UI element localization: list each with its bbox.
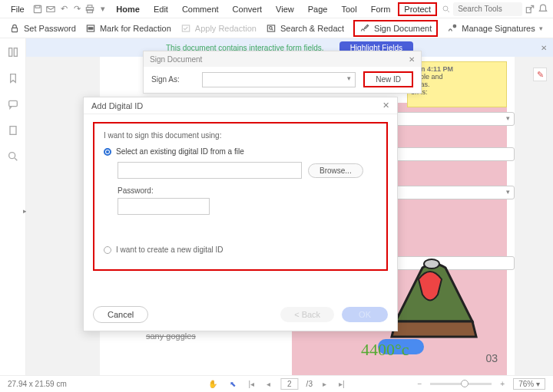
svg-rect-7: [526, 7, 531, 12]
apply-redaction-icon: [180, 23, 191, 34]
menu-form[interactable]: Form: [365, 2, 397, 16]
zoom-in-icon[interactable]: +: [498, 380, 507, 388]
manage-signatures-button[interactable]: Manage Signatures ▾: [447, 23, 542, 34]
bookmark-icon[interactable]: [7, 72, 19, 84]
svg-rect-17: [8, 100, 17, 106]
dialog-title: Sign Document: [150, 55, 202, 64]
svg-rect-8: [12, 28, 18, 31]
file-path-input[interactable]: [118, 162, 302, 179]
svg-rect-18: [10, 127, 16, 135]
hand-tool-icon[interactable]: ✋: [206, 380, 220, 388]
sign-as-select[interactable]: ▾: [202, 72, 356, 87]
svg-point-20: [424, 259, 439, 268]
mark-redaction-button[interactable]: Mark for Redaction: [85, 23, 171, 34]
doc-page-number: 03: [485, 352, 498, 364]
save-icon[interactable]: [32, 3, 44, 15]
search-redact-label: Search & Redact: [280, 24, 344, 33]
menu-file[interactable]: File: [5, 2, 31, 16]
mark-redaction-icon: [85, 23, 96, 34]
mail-icon[interactable]: [45, 3, 57, 15]
note-line: stable and: [411, 73, 503, 81]
set-password-button[interactable]: Set Password: [9, 23, 76, 34]
radio-selected-icon: [104, 148, 111, 156]
page-input[interactable]: 2: [280, 378, 299, 390]
last-page-icon[interactable]: ▸|: [336, 380, 347, 388]
menu-page[interactable]: Page: [302, 2, 334, 16]
left-sidebar: ▸: [0, 38, 26, 375]
comment-icon[interactable]: [7, 98, 19, 110]
close-icon[interactable]: ✕: [409, 55, 415, 64]
set-password-label: Set Password: [24, 24, 76, 33]
menu-convert[interactable]: Convert: [227, 2, 269, 16]
option-new-id[interactable]: I want to create a new digital ID: [104, 245, 377, 254]
sticky-note[interactable]: Mon 4:11 PM stable and n gas. on is:: [407, 61, 507, 107]
add-digital-id-dialog: Add Digital ID ✕ I want to sign this doc…: [83, 97, 398, 331]
menu-comment[interactable]: Comment: [176, 2, 225, 16]
mark-redaction-label: Mark for Redaction: [100, 24, 171, 33]
page-total: /3: [306, 380, 313, 388]
ok-button[interactable]: OK: [342, 307, 388, 322]
first-page-icon[interactable]: |◂: [246, 380, 257, 388]
share-icon[interactable]: [524, 3, 535, 15]
undo-icon[interactable]: ↶: [58, 3, 70, 15]
redo-icon[interactable]: ↷: [71, 3, 83, 15]
svg-rect-15: [8, 48, 12, 57]
zoom-out-icon[interactable]: −: [416, 380, 425, 388]
svg-point-6: [443, 6, 448, 11]
apply-redaction-button: Apply Redaction: [180, 23, 257, 34]
dialog-header: Sign Document ✕: [144, 51, 421, 67]
zoom-value[interactable]: 76% ▾: [513, 378, 545, 390]
password-label: Password:: [118, 186, 377, 195]
svg-rect-12: [267, 25, 274, 31]
thumbnails-icon[interactable]: [7, 46, 19, 58]
sign-document-label: Sign Document: [374, 24, 432, 33]
protect-toolbar: Set Password Mark for Redaction Apply Re…: [0, 18, 553, 38]
option-existing-id[interactable]: Select an existing digital ID from a fil…: [104, 147, 377, 156]
page-dimensions: 27.94 x 21.59 cm: [8, 380, 67, 388]
doc-text-fragment: sany goggles: [146, 331, 196, 341]
radio-unselected-icon: [104, 246, 111, 254]
status-bar: 27.94 x 21.59 cm ✋ ⬉ |◂ ◂ 2 /3 ▸ ▸| − + …: [0, 375, 553, 392]
chevron-down-icon[interactable]: ▾: [97, 3, 108, 15]
chevron-down-icon: ▾: [539, 25, 543, 32]
svg-point-19: [8, 153, 15, 159]
search-redact-button[interactable]: Search & Redact: [266, 23, 344, 34]
prompt-text: I want to sign this document using:: [104, 131, 377, 140]
svg-rect-1: [35, 5, 40, 8]
slider-thumb[interactable]: [461, 380, 469, 387]
new-id-button[interactable]: New ID: [363, 71, 413, 87]
id-options-group: I want to sign this document using: Sele…: [93, 122, 388, 271]
bell-icon[interactable]: [537, 3, 548, 15]
search-panel-icon[interactable]: [7, 150, 19, 163]
search-icon[interactable]: [440, 3, 452, 15]
menu-protect[interactable]: Protect: [398, 2, 437, 16]
prev-page-icon[interactable]: ◂: [264, 380, 273, 388]
note-line: on is:: [411, 88, 503, 96]
lock-icon: [9, 23, 20, 34]
menu-home[interactable]: Home: [110, 2, 146, 16]
doc-temperature: 4400°c: [361, 340, 409, 360]
password-input[interactable]: [118, 198, 210, 215]
signature-ribbon-icon[interactable]: ✎: [533, 68, 547, 81]
sign-icon: [359, 23, 370, 34]
print-icon[interactable]: [84, 3, 95, 15]
svg-rect-5: [88, 5, 92, 7]
select-tool-icon[interactable]: ⬉: [227, 380, 238, 388]
sign-document-dialog: Sign Document ✕ Sign As: ▾ New ID: [143, 51, 422, 94]
menu-edit[interactable]: Edit: [147, 2, 174, 16]
browse-button[interactable]: Browse...: [308, 163, 363, 178]
banner-close-icon[interactable]: ✕: [541, 44, 547, 52]
search-tools-input[interactable]: [453, 2, 522, 16]
attachment-icon[interactable]: [7, 124, 19, 137]
menu-tool[interactable]: Tool: [335, 2, 363, 16]
manage-sig-icon: [447, 23, 458, 34]
option-existing-label: Select an existing digital ID from a fil…: [116, 147, 244, 156]
close-icon[interactable]: ✕: [382, 100, 389, 110]
menu-view[interactable]: View: [270, 2, 300, 16]
zoom-slider[interactable]: [430, 383, 492, 385]
next-page-icon[interactable]: ▸: [320, 380, 329, 388]
note-line: n gas.: [411, 81, 503, 88]
sign-document-button[interactable]: Sign Document: [353, 20, 438, 37]
apply-redaction-label: Apply Redaction: [195, 24, 257, 33]
cancel-button[interactable]: Cancel: [93, 306, 148, 323]
